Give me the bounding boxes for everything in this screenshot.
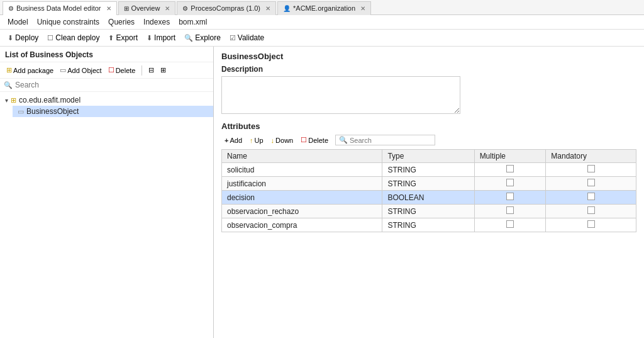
- delete-left-icon: ☐: [108, 66, 114, 74]
- table-row[interactable]: observacion_rechazoSTRING: [222, 205, 636, 218]
- cell-mandatory[interactable]: [546, 205, 636, 218]
- attr-add-icon: +: [225, 137, 228, 144]
- clean-deploy-icon: ☐: [47, 34, 53, 42]
- left-panel: List of Business Objects ⊞ Add package ▭…: [0, 47, 214, 338]
- table-row[interactable]: solicitudSTRING: [222, 163, 636, 177]
- left-toolbar: ⊞ Add package ▭ Add Object ☐ Delete ⊟ ⊞: [0, 62, 213, 79]
- export-label: Export: [116, 33, 138, 42]
- deploy-icon: ⬇: [8, 34, 13, 42]
- expand-all-button[interactable]: ⊞: [158, 65, 169, 76]
- right-panel: BusinessObject Description Attributes + …: [214, 47, 644, 338]
- add-package-button[interactable]: ⊞ Add package: [4, 65, 56, 76]
- clean-deploy-button[interactable]: ☐ Clean deploy: [43, 32, 103, 43]
- tree-item-business-object[interactable]: ▭ BusinessObject: [13, 106, 213, 117]
- multiple-checkbox[interactable]: [506, 165, 514, 172]
- multiple-checkbox[interactable]: [506, 179, 514, 186]
- deploy-button[interactable]: ⬇ Deploy: [4, 32, 42, 43]
- attr-down-button[interactable]: ↓ Down: [268, 135, 297, 145]
- menu-bar: Model Unique constraints Queries Indexes…: [0, 15, 644, 30]
- left-search-input[interactable]: [15, 81, 209, 89]
- add-object-button[interactable]: ▭ Add Object: [57, 65, 104, 76]
- tab-overview-label: Overview: [131, 4, 160, 12]
- cell-name: solicitud: [222, 163, 382, 177]
- left-search-box: 🔍: [0, 79, 213, 92]
- tab-acme-close[interactable]: ✕: [360, 5, 365, 12]
- tab-acme-org[interactable]: 👤 *ACME.organization ✕: [277, 1, 371, 15]
- cell-mandatory[interactable]: [546, 163, 636, 177]
- mandatory-checkbox[interactable]: [587, 220, 595, 228]
- tree-area: ▾ ⊞ co.edu.eafit.model ▭ BusinessObject: [0, 92, 213, 338]
- cell-multiple[interactable]: [474, 177, 546, 191]
- explore-button[interactable]: 🔍 Explore: [180, 32, 225, 43]
- cell-mandatory[interactable]: [546, 191, 636, 205]
- attr-add-label: Add: [230, 137, 242, 144]
- overview-icon: ⊞: [124, 5, 129, 12]
- table-row[interactable]: justificacionSTRING: [222, 177, 636, 191]
- multiple-checkbox[interactable]: [506, 206, 514, 214]
- add-package-label: Add package: [13, 67, 53, 74]
- add-object-icon: ▭: [60, 66, 66, 74]
- validate-button[interactable]: ☑ Validate: [226, 32, 268, 43]
- tab-overview[interactable]: ⊞ Overview ✕: [118, 1, 176, 15]
- left-toolbar-separator: [142, 65, 142, 76]
- add-package-icon: ⊞: [6, 66, 12, 74]
- tree-root-package-label: co.edu.eafit.model: [19, 96, 80, 104]
- tab-bar: ⚙ Business Data Model editor ✕ ⊞ Overvie…: [0, 0, 644, 15]
- menu-unique-constraints[interactable]: Unique constraints: [33, 16, 103, 28]
- multiple-checkbox[interactable]: [506, 220, 514, 228]
- delete-left-button[interactable]: ☐ Delete: [106, 65, 138, 76]
- cell-type: STRING: [382, 163, 474, 177]
- deploy-label: Deploy: [15, 33, 38, 42]
- tree-item-label: BusinessObject: [26, 107, 79, 116]
- cell-multiple[interactable]: [474, 205, 546, 218]
- mandatory-checkbox[interactable]: [587, 206, 595, 214]
- table-row[interactable]: decisionBOOLEAN: [222, 191, 636, 205]
- col-header-mandatory: Mandatory: [546, 150, 636, 163]
- menu-queries[interactable]: Queries: [104, 16, 138, 28]
- cell-mandatory[interactable]: [546, 218, 636, 232]
- tab-overview-close[interactable]: ✕: [165, 5, 170, 12]
- attr-down-label: Down: [275, 137, 293, 144]
- multiple-checkbox[interactable]: [506, 193, 514, 200]
- mandatory-checkbox[interactable]: [587, 193, 595, 200]
- validate-label: Validate: [238, 33, 264, 42]
- attr-up-button[interactable]: ↑ Up: [247, 135, 267, 145]
- attr-delete-button[interactable]: ☐ Delete: [297, 135, 331, 145]
- attributes-table: Name Type Multiple Mandatory solicitudST…: [221, 149, 636, 232]
- attr-add-button[interactable]: + Add: [221, 135, 245, 145]
- menu-bom-xml[interactable]: bom.xml: [175, 16, 211, 28]
- tree-root-package[interactable]: ▾ ⊞ co.edu.eafit.model: [0, 94, 213, 106]
- tab-close-icon[interactable]: ✕: [106, 5, 111, 12]
- menu-indexes[interactable]: Indexes: [140, 16, 174, 28]
- import-button[interactable]: ⬇ Import: [143, 32, 179, 43]
- tab-proceso-close[interactable]: ✕: [265, 5, 270, 12]
- bdm-icon: ⚙: [8, 5, 14, 12]
- tab-proceso-label: ProcesoCompras (1.0): [191, 4, 260, 12]
- col-header-multiple: Multiple: [474, 150, 546, 163]
- cell-multiple[interactable]: [474, 218, 546, 232]
- cell-mandatory[interactable]: [546, 177, 636, 191]
- menu-model[interactable]: Model: [4, 16, 32, 28]
- explore-icon: 🔍: [184, 34, 193, 42]
- tab-bdm-editor[interactable]: ⚙ Business Data Model editor ✕: [3, 1, 117, 15]
- collapse-all-button[interactable]: ⊟: [146, 65, 157, 76]
- mandatory-checkbox[interactable]: [587, 165, 595, 172]
- cell-multiple[interactable]: [474, 191, 546, 205]
- export-button[interactable]: ⬆ Export: [104, 32, 142, 43]
- table-row[interactable]: observacion_compraSTRING: [222, 218, 636, 232]
- cell-multiple[interactable]: [474, 163, 546, 177]
- mandatory-checkbox[interactable]: [587, 179, 595, 186]
- attr-delete-label: Delete: [308, 137, 328, 144]
- cell-name: observacion_compra: [222, 218, 382, 232]
- tab-proceso-compras[interactable]: ⚙ ProcesoCompras (1.0) ✕: [177, 1, 276, 15]
- col-header-type: Type: [382, 150, 474, 163]
- col-header-name: Name: [222, 150, 382, 163]
- description-textarea[interactable]: [221, 76, 460, 114]
- attr-down-icon: ↓: [271, 137, 275, 144]
- clean-deploy-label: Clean deploy: [55, 33, 99, 42]
- cell-name: decision: [222, 191, 382, 205]
- attr-search-box: 🔍: [335, 135, 435, 145]
- add-object-label: Add Object: [67, 67, 101, 74]
- attr-search-input[interactable]: [350, 137, 431, 144]
- tree-children: ▭ BusinessObject: [0, 106, 213, 117]
